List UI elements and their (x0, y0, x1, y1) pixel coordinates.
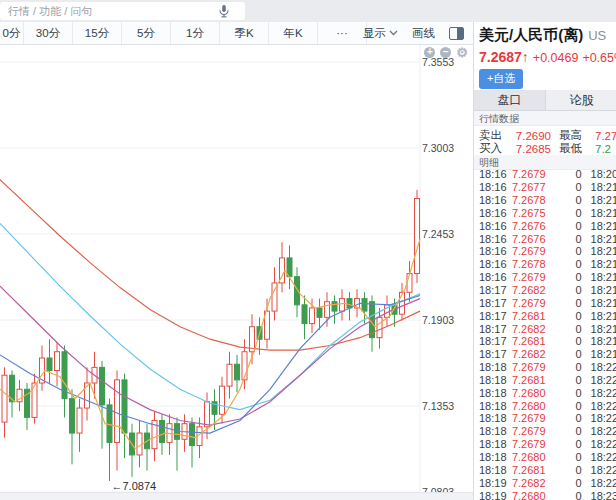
toolbar-period-7[interactable]: 年K (269, 22, 318, 44)
tick-row: 18:167.2679018:20 (474, 168, 616, 181)
tick-time: 18:18 (479, 400, 507, 412)
tick-volume: 0 (554, 220, 582, 232)
tick-price: 7.2679 (507, 425, 554, 437)
tick-time-col2: 18:22 (591, 464, 616, 476)
tick-row: 18:187.2679018:22 (474, 361, 616, 374)
toolbar-period-1[interactable]: 0分 (0, 22, 24, 44)
tick-row: 18:187.2680018:22 (474, 399, 616, 412)
tick-price: 7.2679 (507, 361, 554, 373)
tick-time-col2: 18:21 (591, 297, 616, 309)
tick-row: 18:167.2676018:21 (474, 232, 616, 245)
candle-body (317, 308, 322, 317)
search-input[interactable] (0, 2, 245, 20)
tick-row: 18:167.2677018:21 (474, 181, 616, 194)
candle-body (70, 399, 75, 433)
sell-price: 7.2690 (509, 130, 551, 142)
tick-volume: 0 (554, 477, 582, 489)
toolbar-right-group: 显示 画线 (363, 22, 464, 44)
axis-tick-label: 7.1353 (422, 400, 468, 412)
high-price: 7.27 (595, 130, 616, 142)
price-change: +0.0469 (533, 51, 579, 65)
tick-time: 18:16 (479, 233, 507, 245)
tick-row: 18:177.2681018:21 (474, 335, 616, 348)
tick-time-col2: 18:23 (591, 490, 616, 500)
tick-price: 7.2679 (507, 271, 554, 283)
tick-time: 18:16 (479, 220, 507, 232)
tick-volume: 0 (554, 245, 582, 257)
tick-time-col2: 18:21 (591, 220, 616, 232)
panel-toggle-icon[interactable] (449, 27, 464, 40)
zoom-in-icon[interactable]: + (424, 47, 435, 58)
toolbar-period-2[interactable]: 30分 (24, 22, 73, 44)
candlestick-chart-area[interactable]: + − ⚙ 7.35537.30037.24537.19037.13537.08… (0, 45, 473, 500)
panel-tabs: 盘口 论股 (474, 90, 616, 111)
tick-volume: 0 (554, 284, 582, 296)
draw-line-button[interactable]: 画线 (412, 26, 435, 41)
tick-price: 7.2681 (507, 310, 554, 322)
tick-time: 18:17 (479, 310, 507, 322)
candle-body (55, 352, 60, 371)
toolbar-period-8[interactable]: ··· (318, 22, 367, 44)
toolbar-period-5[interactable]: 1分 (171, 22, 220, 44)
tick-time: 18:17 (479, 335, 507, 347)
instrument-name: 美元/人民币(离) (479, 26, 583, 43)
tick-price: 7.2682 (507, 284, 554, 296)
axis-tick-label: 7.1903 (422, 314, 468, 326)
tick-time: 18:17 (479, 297, 507, 309)
zoom-out-icon[interactable]: − (440, 47, 451, 58)
low-label: 最低 (559, 141, 593, 156)
candle-body (47, 358, 52, 371)
tick-row: 18:187.2681018:22 (474, 374, 616, 387)
candle-body (362, 299, 367, 312)
candle-body (340, 299, 345, 312)
last-price: 7.2687 (479, 49, 522, 65)
tick-time: 18:16 (479, 194, 507, 206)
tick-time: 18:16 (479, 168, 507, 180)
tick-time: 18:18 (479, 374, 507, 386)
candle-body (295, 277, 300, 305)
toolbar-period-6[interactable]: 季K (220, 22, 269, 44)
tick-list[interactable]: 18:167.2679018:2018:167.2677018:2118:167… (474, 168, 616, 500)
tick-volume: 0 (554, 361, 582, 373)
tick-price: 7.2679 (507, 168, 554, 180)
tick-price: 7.2680 (507, 400, 554, 412)
candle-body (122, 380, 127, 433)
tick-price: 7.2677 (507, 181, 554, 193)
tick-price: 7.2680 (507, 387, 554, 399)
tick-row: 18:167.2678018:21 (474, 258, 616, 271)
tick-time-col2: 18:22 (591, 374, 616, 386)
gear-icon[interactable]: ⚙ (456, 47, 468, 58)
price-change-pct: +0.65% (582, 51, 616, 65)
toolbar-period-4[interactable]: 5分 (122, 22, 171, 44)
microphone-icon[interactable] (216, 3, 232, 19)
add-watchlist-button[interactable]: +自选 (479, 69, 523, 89)
tick-row: 18:177.2682018:21 (474, 348, 616, 361)
tick-volume: 0 (554, 438, 582, 450)
tick-time: 18:16 (479, 258, 507, 270)
tick-price: 7.2678 (507, 258, 554, 270)
instrument-title: 美元/人民币(离)US (479, 26, 616, 45)
tick-time: 18:18 (479, 361, 507, 373)
tick-price: 7.2678 (507, 194, 554, 206)
tick-time-col2: 18:22 (591, 361, 616, 373)
tick-time-col2: 18:21 (591, 310, 616, 322)
tab-discussion[interactable]: 论股 (546, 90, 616, 110)
quote-panel: 美元/人民币(离)US 7.2687↑+0.0469+0.65% +自选 盘口 … (473, 22, 616, 500)
candle-body (220, 386, 225, 414)
candle-body (137, 433, 142, 455)
tab-order-book[interactable]: 盘口 (474, 90, 546, 110)
tick-time-col2: 18:21 (591, 194, 616, 206)
candlestick-chart[interactable]: ←7.0874 (0, 45, 473, 500)
tick-time-col2: 18:22 (591, 400, 616, 412)
tick-time-col2: 18:21 (591, 284, 616, 296)
tick-time-col2: 18:21 (591, 323, 616, 335)
tick-volume: 0 (554, 335, 582, 347)
display-menu-label: 显示 (363, 26, 386, 41)
buy-label: 买入 (479, 141, 509, 156)
tick-price: 7.2676 (507, 233, 554, 245)
display-menu-button[interactable]: 显示 (363, 26, 398, 41)
tick-price: 7.2682 (507, 348, 554, 360)
toolbar-period-3[interactable]: 15分 (73, 22, 122, 44)
tick-time: 18:18 (479, 425, 507, 437)
tick-volume: 0 (554, 490, 582, 500)
